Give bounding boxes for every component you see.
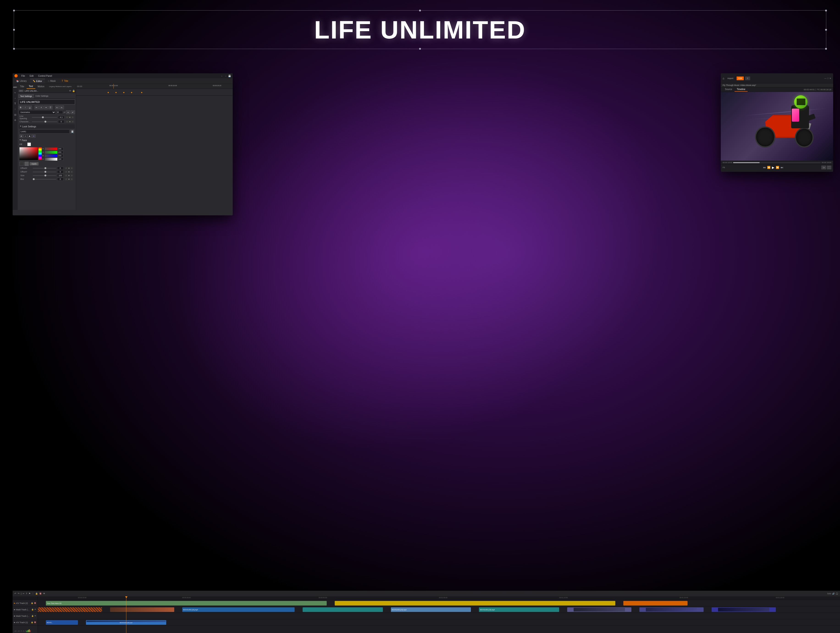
font-size-input[interactable] bbox=[57, 111, 63, 114]
color-gradient[interactable] bbox=[19, 147, 38, 160]
blur-keyframes: ◁ ◆ ▷ bbox=[65, 178, 73, 181]
offset-y-input[interactable] bbox=[57, 170, 63, 173]
char-kf-next[interactable]: ▷ bbox=[71, 120, 74, 123]
blue-value-input[interactable] bbox=[58, 154, 63, 157]
red-value-input[interactable] bbox=[58, 147, 63, 150]
color-settings-tab[interactable]: Color Settings bbox=[34, 94, 50, 98]
blur-input[interactable] bbox=[57, 178, 63, 181]
kf-add[interactable]: ◆ bbox=[68, 116, 71, 119]
align-justify-button[interactable]: ☰ bbox=[48, 106, 52, 109]
ox-kf-prev[interactable]: ◁ bbox=[65, 167, 67, 170]
kf-diamond-1[interactable]: ◆ bbox=[107, 91, 109, 93]
ox-kf-next[interactable]: ▷ bbox=[70, 167, 73, 170]
tab-library[interactable]: 📚 Library bbox=[14, 79, 30, 83]
offset-x-slider[interactable] bbox=[33, 168, 56, 168]
char-kf-prev[interactable]: ◁ bbox=[65, 120, 68, 123]
bl-kf-next[interactable]: ▷ bbox=[70, 178, 73, 181]
sidebar-settings-icon[interactable]: ⚙ bbox=[13, 118, 17, 122]
text-content-display[interactable]: LIFE UNLIMITED bbox=[19, 99, 75, 104]
menu-icon-1[interactable]: ← bbox=[221, 75, 223, 77]
text-size-up[interactable]: A↑ bbox=[55, 106, 59, 109]
track-lock-icon[interactable]: 🔒 bbox=[72, 90, 75, 92]
sub-tab-text[interactable]: Text bbox=[27, 84, 35, 89]
underline-button[interactable]: U bbox=[28, 106, 32, 109]
oy-kf-next[interactable]: ▷ bbox=[70, 170, 73, 173]
sidebar-music-icon[interactable]: ♪ bbox=[13, 96, 17, 100]
apply-button[interactable]: Apply bbox=[30, 162, 38, 165]
align-center-button[interactable]: ≡ bbox=[39, 106, 43, 109]
hex-color-preview bbox=[19, 162, 24, 166]
oy-kf-add[interactable]: ◆ bbox=[67, 170, 70, 173]
sub-tab-legacy[interactable]: Legacy Motions and Layers bbox=[47, 85, 74, 88]
abc-btn-glow[interactable]: A bbox=[32, 134, 36, 138]
text-size-down[interactable]: A↓ bbox=[60, 106, 64, 109]
kf-diamond-5[interactable]: ◆ bbox=[141, 91, 142, 93]
look-save-button[interactable]: 💾 bbox=[70, 130, 74, 133]
abc-btn-outline[interactable]: A bbox=[28, 134, 32, 138]
sz-kf-add[interactable]: ◆ bbox=[67, 174, 70, 177]
red-swatch[interactable] bbox=[45, 148, 57, 150]
sz-kf-prev[interactable]: ◁ bbox=[65, 174, 67, 177]
look-settings-triangle[interactable] bbox=[20, 126, 21, 128]
sidebar-layers-icon[interactable]: ▤ bbox=[13, 113, 17, 117]
main-layout: ABC fx ♪ T ↕ ▤ ⚙ Title Text Motion Legac… bbox=[13, 84, 233, 210]
blue-swatch[interactable] bbox=[45, 154, 57, 157]
fill-color-box[interactable] bbox=[27, 142, 31, 146]
sz-kf-next[interactable]: ▷ bbox=[70, 174, 73, 177]
track-eye-icon[interactable]: 👁 bbox=[69, 90, 71, 92]
alpha-value-input[interactable] bbox=[58, 157, 63, 161]
kf-diamond-2[interactable]: ◆ bbox=[115, 91, 117, 93]
sidebar-fx-icon[interactable]: fx bbox=[13, 91, 17, 94]
menu-icon-3[interactable]: 💾 bbox=[228, 75, 231, 77]
size-slider[interactable] bbox=[33, 175, 56, 176]
sidebar-abc-icon[interactable]: ABC bbox=[13, 85, 17, 89]
text-settings-tab[interactable]: Text Settings bbox=[19, 94, 34, 98]
abc-btn-shadow[interactable]: A bbox=[24, 134, 27, 138]
green-swatch[interactable] bbox=[45, 151, 57, 154]
green-value-input[interactable] bbox=[58, 151, 63, 154]
menu-file[interactable]: File bbox=[21, 74, 26, 78]
bold-button[interactable]: B bbox=[19, 106, 23, 109]
sidebar-transform-icon[interactable]: ↕ bbox=[13, 107, 17, 111]
track-item-row: ABC LIFE UNLIMI... 👁 🔒 bbox=[17, 89, 76, 93]
abc-btn-a[interactable]: A bbox=[19, 134, 23, 138]
align-right-button[interactable]: ⇥ bbox=[44, 106, 48, 109]
tab-mask[interactable]: □ Mask bbox=[46, 79, 58, 83]
line-spacing-input[interactable] bbox=[58, 116, 65, 119]
character-slider[interactable] bbox=[32, 121, 57, 122]
kf-prev[interactable]: ◁ bbox=[65, 116, 68, 119]
face-triangle[interactable] bbox=[19, 140, 21, 141]
size-input[interactable] bbox=[57, 174, 63, 177]
menu-icon-2[interactable]: → bbox=[224, 75, 227, 77]
kf-next[interactable]: ▷ bbox=[71, 116, 74, 119]
kf-diamond-4[interactable]: ◆ bbox=[131, 91, 132, 93]
menu-edit[interactable]: Edit bbox=[28, 74, 35, 78]
italic-button[interactable]: I bbox=[23, 106, 27, 109]
look-name-input[interactable] bbox=[19, 129, 69, 134]
character-input[interactable] bbox=[58, 120, 65, 123]
sub-tab-title[interactable]: Title bbox=[17, 84, 27, 89]
font-icon2[interactable]: A° bbox=[71, 110, 75, 114]
tab-title[interactable]: T Title bbox=[59, 79, 71, 83]
kf-diamond-3[interactable]: ◆ bbox=[123, 91, 125, 93]
bl-kf-add[interactable]: ◆ bbox=[67, 178, 70, 181]
menu-control-panel[interactable]: Control Panel bbox=[37, 74, 53, 78]
character-row: Character... ◁ ◆ ▷ bbox=[19, 120, 75, 123]
alpha-swatch[interactable] bbox=[45, 158, 57, 161]
line-spacing-slider[interactable] bbox=[32, 117, 57, 118]
oy-kf-prev[interactable]: ◁ bbox=[65, 170, 67, 173]
offset-x-input[interactable] bbox=[57, 167, 63, 170]
sidebar-text-icon[interactable]: T bbox=[13, 102, 17, 106]
tab-editor[interactable]: ✏️ Editor bbox=[30, 79, 45, 83]
ox-kf-add[interactable]: ◆ bbox=[67, 167, 70, 170]
font-bold-icon[interactable]: A bbox=[66, 110, 70, 114]
bl-kf-prev[interactable]: ◁ bbox=[65, 178, 67, 181]
sub-tab-motion[interactable]: Motion bbox=[35, 84, 47, 89]
offset-y-slider[interactable] bbox=[33, 172, 56, 172]
blur-slider[interactable] bbox=[33, 179, 56, 180]
hue-bar[interactable] bbox=[38, 147, 42, 160]
char-kf-add[interactable]: ◆ bbox=[68, 120, 71, 123]
font-select[interactable]: Geometos bbox=[19, 110, 56, 114]
hex-color-bg bbox=[25, 162, 28, 166]
align-left-button[interactable]: ⇤ bbox=[35, 106, 39, 109]
